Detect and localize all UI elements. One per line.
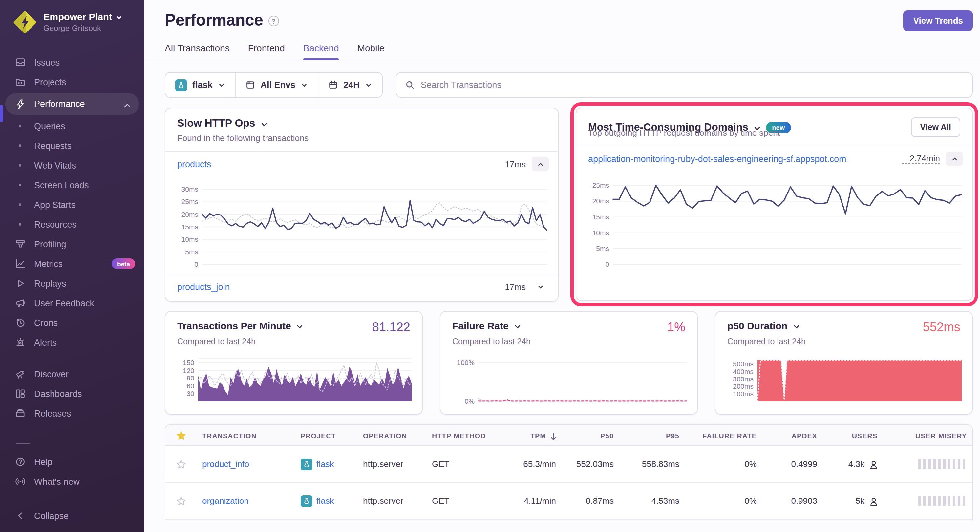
- sidebar-item-resources[interactable]: Resources: [0, 214, 145, 234]
- project-filter[interactable]: flask: [165, 73, 235, 97]
- tpm-card: Transactions Per Minute 81.122 Compared …: [165, 311, 423, 414]
- p50-duration-title[interactable]: p50 Duration: [727, 320, 788, 331]
- releases-icon: [14, 408, 25, 419]
- sidebar-item-app-starts[interactable]: App Starts: [0, 195, 145, 214]
- date-range-filter[interactable]: 24H: [318, 73, 382, 97]
- sidebar-item-web-vitals[interactable]: Web Vitals: [0, 156, 145, 175]
- chevron-down-icon[interactable]: [260, 120, 269, 128]
- chevron-down-icon[interactable]: [792, 322, 800, 330]
- sidebar-item-dashboards[interactable]: Dashboards: [0, 384, 145, 403]
- slow-http-ops-card: Slow HTTP Ops Found in the following tra…: [165, 108, 558, 302]
- column-header-users[interactable]: Users: [822, 431, 883, 439]
- expand-toggle[interactable]: [532, 279, 549, 294]
- sidebar-nav: IssuesProjectsPerformanceQueriesRequests…: [0, 52, 145, 526]
- sidebar-item-user-feedback[interactable]: User Feedback: [0, 293, 145, 313]
- failure-rate-title[interactable]: Failure Rate: [452, 320, 509, 331]
- star-toggle[interactable]: [165, 495, 197, 506]
- sidebar-item-queries[interactable]: Queries: [0, 116, 145, 136]
- user-misery-bar: [918, 496, 967, 506]
- sidebar-bottom: HelpWhat's newCollapse: [0, 435, 145, 526]
- sidebar-item-requests[interactable]: Requests: [0, 136, 145, 156]
- svg-text:300ms: 300ms: [733, 375, 754, 383]
- column-header-tpm[interactable]: TPM: [502, 431, 561, 439]
- sidebar-item-label: Alerts: [34, 338, 57, 347]
- user-icon: [869, 496, 878, 505]
- org-switcher[interactable]: Empower Plant George Gritsouk: [0, 9, 145, 43]
- help-icon[interactable]: ?: [268, 16, 278, 26]
- sidebar-item-alerts[interactable]: Alerts: [0, 333, 145, 352]
- svg-text:100ms: 100ms: [733, 390, 754, 397]
- sidebar-item-crons[interactable]: Crons: [0, 313, 145, 333]
- p50-duration-subtitle: Compared to last 24h: [727, 337, 960, 346]
- collapse-toggle[interactable]: [532, 157, 549, 171]
- column-header-p95[interactable]: P95: [619, 431, 685, 439]
- sidebar-item-help[interactable]: Help: [0, 452, 145, 472]
- sidebar-item-metrics[interactable]: Metricsbeta: [0, 254, 145, 273]
- page-filter-bar: flask All Envs 24H: [165, 72, 383, 98]
- sidebar-item-label: What's new: [34, 476, 80, 486]
- chevron-down-icon: [301, 81, 308, 89]
- p95-cell: 558.83ms: [619, 459, 685, 469]
- transaction-link-products-join[interactable]: products_join: [177, 282, 230, 292]
- slow-http-ops-chart: 30ms25ms20ms15ms10ms5ms0: [177, 179, 547, 273]
- sidebar-item-what-s-new[interactable]: What's new: [0, 472, 145, 491]
- sidebar-item-performance[interactable]: Performance: [5, 93, 139, 115]
- column-header-p50[interactable]: P50: [561, 431, 619, 439]
- calendar-icon: [328, 80, 338, 90]
- sidebar-item-profiling[interactable]: Profiling: [0, 234, 145, 254]
- time-spent-value[interactable]: 2.74min: [902, 154, 940, 164]
- collapse-toggle[interactable]: [946, 151, 963, 166]
- column-header-method[interactable]: HTTP Method: [427, 431, 502, 439]
- sidebar-item-discover[interactable]: Discover: [0, 364, 145, 384]
- column-header-apdex[interactable]: Apdex: [762, 431, 822, 439]
- column-header-operation[interactable]: Operation: [358, 431, 427, 439]
- domains-subtitle: Top outgoing HTTP request domains by tim…: [588, 128, 960, 138]
- svg-text:500ms: 500ms: [733, 360, 754, 368]
- tab-backend[interactable]: Backend: [303, 43, 339, 60]
- sidebar-item-label: Dashboards: [34, 389, 82, 399]
- transaction-link-products[interactable]: products: [177, 159, 212, 169]
- view-all-button[interactable]: View All: [911, 118, 961, 137]
- chevron-down-icon[interactable]: [296, 322, 304, 330]
- bullet-icon: [14, 121, 25, 132]
- chevron-down-icon[interactable]: [513, 322, 522, 330]
- column-header-transaction[interactable]: Transaction: [197, 431, 295, 439]
- sidebar-item-projects[interactable]: Projects: [0, 72, 145, 92]
- sidebar-item-releases[interactable]: Releases: [0, 403, 145, 423]
- bullet-icon: [14, 199, 25, 210]
- sidebar-item-collapse[interactable]: Collapse: [0, 506, 145, 526]
- tab-mobile[interactable]: Mobile: [357, 43, 385, 60]
- sidebar-item-label: Crons: [34, 318, 58, 328]
- p50-duration-value: 552ms: [923, 320, 960, 335]
- svg-text:30: 30: [187, 390, 194, 397]
- column-header-failure[interactable]: Failure Rate: [685, 431, 762, 439]
- search-input[interactable]: [421, 80, 964, 90]
- tab-all-transactions[interactable]: All Transactions: [165, 43, 230, 60]
- whats-new-icon: [14, 476, 25, 487]
- sidebar-item-issues[interactable]: Issues: [0, 52, 145, 72]
- p50-duration-card: p50 Duration 552ms Compared to last 24h …: [715, 311, 973, 414]
- sidebar-item-label: Collapse: [34, 511, 68, 521]
- project-link[interactable]: flask: [317, 496, 334, 506]
- org-user: George Gritsouk: [43, 24, 123, 33]
- sidebar-item-screen-loads[interactable]: Screen Loads: [0, 175, 145, 195]
- transaction-link[interactable]: product_info: [202, 459, 249, 469]
- star-toggle[interactable]: [165, 459, 197, 469]
- sidebar-item-label: Releases: [34, 408, 71, 418]
- slow-http-ops-title[interactable]: Slow HTTP Ops: [177, 118, 255, 129]
- sentry-org-logo: [13, 11, 37, 34]
- replays-icon: [14, 278, 25, 289]
- tab-frontend[interactable]: Frontend: [248, 43, 285, 60]
- sidebar-item-label: Projects: [34, 77, 66, 87]
- project-link[interactable]: flask: [317, 459, 334, 469]
- domain-link[interactable]: application-monitoring-ruby-dot-sales-en…: [588, 154, 846, 164]
- transaction-link[interactable]: organization: [202, 496, 249, 506]
- bullet-icon: [14, 160, 25, 171]
- tpm-title[interactable]: Transactions Per Minute: [177, 320, 291, 331]
- view-trends-button[interactable]: View Trends: [904, 11, 973, 31]
- sidebar-item-replays[interactable]: Replays: [0, 273, 145, 293]
- flask-project-icon: [175, 79, 187, 91]
- column-header-project[interactable]: Project: [295, 431, 358, 439]
- column-header-misery[interactable]: User Misery: [883, 431, 972, 439]
- environment-filter[interactable]: All Envs: [235, 73, 318, 97]
